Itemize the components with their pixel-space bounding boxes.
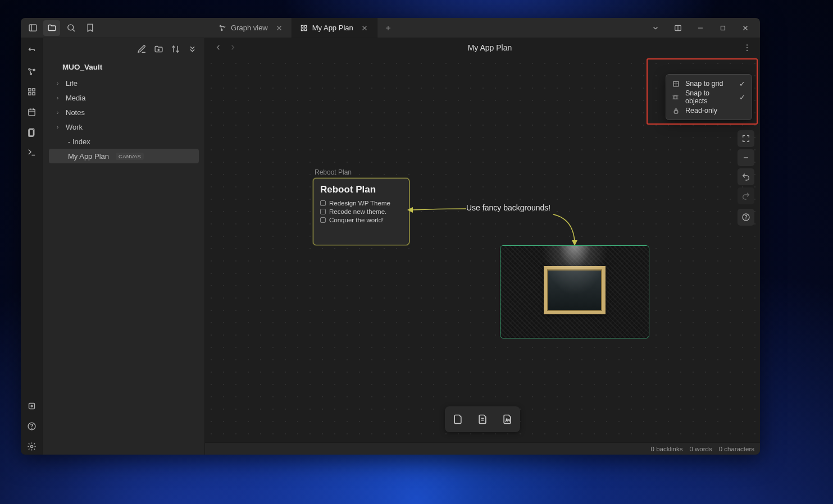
minimize-button[interactable]: [689, 18, 712, 38]
document-title[interactable]: My App Plan: [240, 43, 740, 52]
files-icon[interactable]: [43, 20, 60, 36]
sort-icon[interactable]: [167, 41, 183, 57]
canvas-area[interactable]: Reboot Plan Reboot Plan Redesign WP Them…: [205, 57, 760, 442]
folder-life[interactable]: ›Life: [49, 76, 199, 90]
file-index[interactable]: - Index: [49, 134, 199, 149]
svg-point-52: [746, 49, 748, 51]
close-icon[interactable]: [360, 24, 369, 33]
svg-rect-32: [29, 92, 31, 94]
undo-button[interactable]: [738, 168, 754, 185]
tab-label: Graph view: [231, 24, 268, 32]
split-view-icon[interactable]: [667, 18, 689, 38]
menu-snap-to-objects[interactable]: Snap to objects ✓: [666, 90, 752, 104]
svg-rect-34: [29, 109, 35, 115]
new-folder-icon[interactable]: [151, 41, 166, 57]
canvas-help-button[interactable]: [738, 209, 754, 226]
menu-snap-to-grid[interactable]: Snap to grid ✓: [666, 77, 752, 90]
characters-count[interactable]: 0 characters: [719, 446, 754, 452]
svg-rect-33: [33, 92, 35, 94]
add-note-button[interactable]: [473, 410, 492, 429]
tab-my-app-plan[interactable]: My App Plan: [292, 18, 377, 38]
tab-bar: Graph view My App Plan: [211, 18, 644, 38]
backlinks-count[interactable]: 0 backlinks: [651, 446, 683, 452]
folder-notes[interactable]: ›Notes: [49, 105, 199, 120]
add-card-button[interactable]: [448, 410, 467, 429]
task-item[interactable]: Redesign WP Theme: [320, 200, 402, 207]
svg-line-3: [72, 29, 75, 31]
quick-switcher-icon[interactable]: [24, 43, 40, 59]
note-title: Reboot Plan: [320, 184, 402, 195]
more-options-button[interactable]: [740, 40, 754, 55]
svg-rect-0: [29, 25, 37, 31]
lock-icon: [672, 107, 680, 114]
daily-note-icon[interactable]: [24, 103, 40, 120]
help-icon[interactable]: [24, 418, 40, 434]
svg-point-5: [224, 26, 225, 27]
canvas-note-card[interactable]: Reboot Plan Reboot Plan Redesign WP Them…: [313, 178, 409, 245]
snap-objects-icon: [672, 94, 680, 101]
svg-point-2: [67, 25, 73, 30]
settings-icon[interactable]: [24, 438, 40, 455]
words-count[interactable]: 0 words: [689, 446, 712, 452]
check-icon: ✓: [739, 93, 746, 102]
svg-rect-58: [674, 95, 677, 98]
command-palette-icon[interactable]: [24, 144, 40, 161]
fullscreen-button[interactable]: [738, 130, 754, 147]
main-pane: My App Plan Reboot Plan Reboot Plan Rede…: [205, 38, 760, 455]
task-item[interactable]: Recode new theme.: [320, 208, 402, 215]
svg-rect-41: [29, 403, 35, 409]
canvas-icon[interactable]: [24, 83, 40, 100]
svg-line-29: [30, 70, 31, 73]
status-bar: 0 backlinks 0 words 0 characters: [205, 442, 760, 455]
canvas-toolbar: [445, 406, 520, 432]
canvas-text-card[interactable]: Use fancy backgrounds!: [466, 203, 565, 212]
new-note-icon[interactable]: [134, 41, 149, 57]
tab-graph-view[interactable]: Graph view: [211, 18, 292, 38]
folder-work[interactable]: ›Work: [49, 120, 199, 134]
folder-media[interactable]: ›Media: [49, 90, 199, 105]
grid-icon: [672, 80, 680, 88]
titlebar: Graph view My App Plan: [21, 18, 760, 38]
svg-rect-30: [29, 88, 31, 90]
canvas-image-card[interactable]: art_frame.png: [500, 245, 649, 338]
svg-point-45: [30, 445, 33, 447]
nav-forward-button[interactable]: [225, 40, 240, 55]
menu-read-only[interactable]: Read-only: [666, 104, 752, 117]
add-media-button[interactable]: [498, 410, 517, 429]
graph-icon[interactable]: [24, 63, 40, 80]
close-button[interactable]: [734, 18, 757, 38]
svg-line-8: [221, 26, 221, 29]
nav-back-button[interactable]: [211, 40, 225, 55]
templates-icon[interactable]: [24, 123, 40, 140]
file-explorer: MUO_Vault ›Life ›Media ›Notes ›Work - In…: [43, 38, 205, 455]
dropdown-icon[interactable]: [644, 18, 667, 38]
left-ribbon: [21, 38, 43, 455]
svg-rect-63: [674, 110, 678, 113]
svg-point-66: [746, 219, 746, 219]
search-icon[interactable]: [62, 20, 79, 36]
svg-rect-11: [301, 25, 303, 28]
canvas-tag: CANVAS: [116, 153, 144, 160]
svg-rect-14: [304, 29, 307, 31]
sidebar-toggle-icon[interactable]: [24, 20, 41, 36]
vault-icon[interactable]: [24, 397, 40, 414]
redo-button[interactable]: [738, 187, 754, 204]
check-icon: ✓: [739, 80, 746, 88]
collapse-icon[interactable]: [184, 41, 200, 57]
vault-name[interactable]: MUO_Vault: [43, 59, 204, 76]
svg-point-26: [33, 69, 35, 71]
task-item[interactable]: Conquer the world!: [320, 217, 402, 223]
add-tab-button[interactable]: [380, 20, 397, 36]
close-icon[interactable]: [275, 24, 284, 33]
svg-rect-13: [301, 29, 303, 31]
card-label: Reboot Plan: [315, 168, 352, 176]
svg-point-51: [746, 47, 748, 48]
bookmark-icon[interactable]: [81, 20, 98, 36]
file-my-app-plan[interactable]: My App Plan CANVAS: [49, 149, 199, 163]
svg-rect-22: [721, 26, 725, 30]
maximize-button[interactable]: [712, 18, 734, 38]
canvas-options-popup: Snap to grid ✓ Snap to objects ✓ Read-on…: [666, 74, 752, 120]
tab-label: My App Plan: [312, 24, 353, 32]
svg-point-50: [746, 44, 748, 45]
zoom-out-button[interactable]: [738, 149, 754, 166]
